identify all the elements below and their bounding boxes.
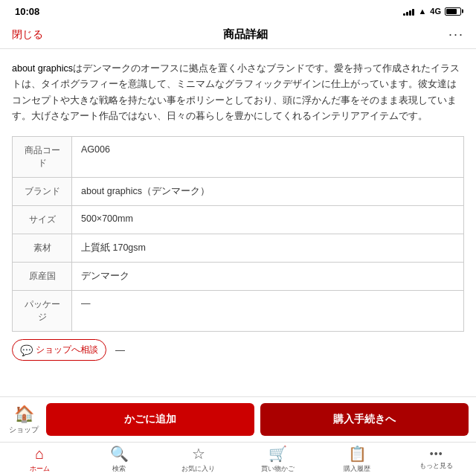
history-icon: 📋: [348, 445, 367, 463]
tab-home-label: ホーム: [30, 464, 50, 474]
chat-icon: 💬: [20, 344, 33, 356]
table-row: 素材 上質紙 170gsm: [13, 234, 464, 263]
tab-search[interactable]: 🔍 検索: [80, 445, 159, 474]
tab-favorites-label: お気に入り: [181, 464, 215, 474]
favorites-icon: ☆: [192, 445, 205, 463]
tab-history-label: 購入履歴: [344, 464, 370, 474]
table-value: 500×700mm: [72, 206, 464, 234]
cart-icon: 🛒: [268, 445, 287, 463]
page-title: 商品詳細: [223, 28, 268, 42]
tab-bar: ⌂ ホーム 🔍 検索 ☆ お気に入り 🛒 買い物かご 📋 購入履歴 ••• もっ…: [0, 442, 476, 476]
table-value: —: [72, 291, 464, 332]
table-row: サイズ 500×700mm: [13, 206, 464, 234]
close-button[interactable]: 閉じる: [12, 28, 43, 42]
more-options-button[interactable]: ···: [448, 27, 464, 42]
tab-history[interactable]: 📋 購入履歴: [318, 445, 397, 474]
shop-consult-button[interactable]: 💬 ショップへ相談: [12, 339, 106, 361]
table-label: 原産国: [13, 263, 72, 291]
shop-label: ショップ: [9, 425, 39, 435]
tab-home[interactable]: ⌂ ホーム: [0, 446, 80, 474]
shop-consult-label: ショップへ相談: [36, 344, 98, 356]
search-icon: 🔍: [110, 445, 129, 463]
main-content: about graphicsはデンマークのオーフスに拠点を置く小さなブランドです…: [0, 49, 476, 396]
action-buttons-bar: 🏠 ショップ かごに追加 購入手続きへ: [0, 396, 476, 442]
table-row: ブランド about graphics（デンマーク）: [13, 178, 464, 206]
battery-icon: [445, 7, 461, 16]
purchase-button[interactable]: 購入手続きへ: [260, 403, 469, 436]
table-label: パッケージ: [13, 291, 72, 332]
wifi-icon: ▲: [418, 7, 426, 16]
table-value: デンマーク: [72, 263, 464, 291]
brand-name-inline: about graphics: [12, 63, 73, 74]
home-icon: ⌂: [35, 446, 44, 463]
navigation-bar: 閉じる 商品詳細 ···: [0, 21, 476, 49]
shop-icon: 🏠: [14, 405, 34, 424]
tab-search-label: 検索: [112, 464, 126, 474]
table-label: サイズ: [13, 206, 72, 234]
table-row: 商品コード AG006: [13, 137, 464, 178]
status-icons: ▲ 4G: [403, 7, 461, 16]
tab-more-label: もっと見る: [419, 461, 453, 471]
network-label: 4G: [430, 7, 441, 16]
shop-icon-button[interactable]: 🏠 ショップ: [7, 403, 40, 436]
status-time: 10:08: [15, 6, 39, 17]
table-value: AG006: [72, 137, 464, 178]
tab-favorites[interactable]: ☆ お気に入り: [158, 445, 238, 474]
shop-consult-row: 💬 ショップへ相談 —: [12, 333, 464, 367]
more-icon: •••: [430, 448, 443, 460]
signal-icon: [403, 7, 414, 16]
add-to-cart-button[interactable]: かごに追加: [46, 403, 254, 436]
status-bar: 10:08 ▲ 4G: [0, 0, 476, 21]
table-label: ブランド: [13, 178, 72, 206]
table-label: 素材: [13, 234, 72, 263]
tab-cart[interactable]: 🛒 買い物かご: [238, 445, 318, 474]
table-value: about graphics（デンマーク）: [72, 178, 464, 206]
product-description: about graphicsはデンマークのオーフスに拠点を置く小さなブランドです…: [12, 61, 464, 124]
table-row: パッケージ —: [13, 291, 464, 332]
table-label: 商品コード: [13, 137, 72, 178]
product-table: 商品コード AG006 ブランド about graphics（デンマーク） サ…: [12, 136, 464, 332]
table-row: 原産国 デンマーク: [13, 263, 464, 291]
table-value: 上質紙 170gsm: [72, 234, 464, 263]
tab-cart-label: 買い物かご: [261, 464, 295, 474]
consult-dash: —: [115, 344, 125, 356]
tab-more[interactable]: ••• もっと見る: [396, 448, 476, 471]
